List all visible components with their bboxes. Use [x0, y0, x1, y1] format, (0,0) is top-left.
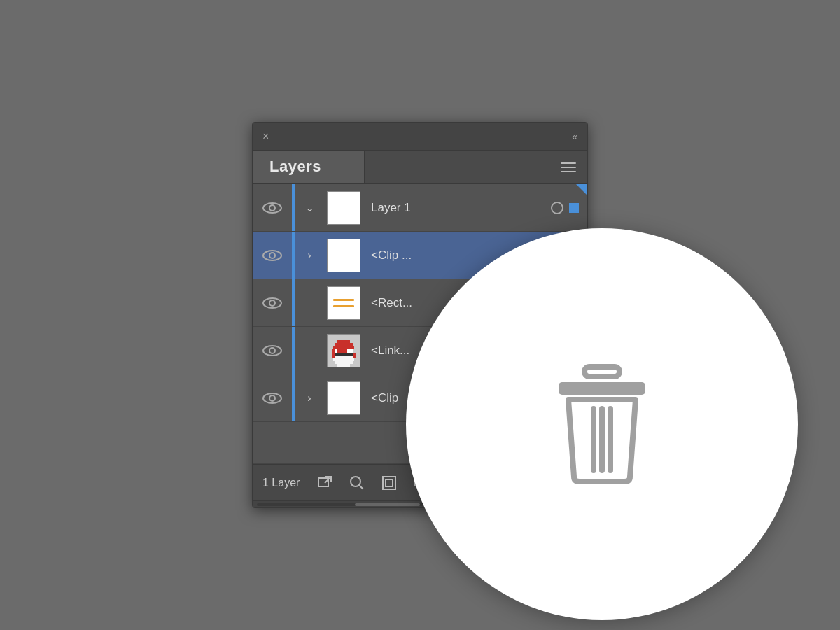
svg-point-5 — [270, 300, 275, 306]
panel-header-area: Layers — [253, 150, 587, 184]
svg-point-3 — [270, 253, 275, 258]
layer-thumbnail — [323, 331, 364, 370]
layer-thumbnail — [323, 379, 364, 418]
svg-rect-18 — [335, 353, 353, 356]
svg-rect-12 — [332, 349, 335, 353]
panel-footer: 1 Layer — [253, 464, 587, 500]
svg-rect-21 — [335, 356, 353, 358]
layer-name: <Rect... — [364, 296, 587, 310]
svg-rect-16 — [347, 349, 353, 353]
visibility-toggle[interactable] — [253, 248, 292, 262]
mask-button[interactable] — [379, 473, 399, 493]
eye-icon — [262, 391, 282, 405]
new-window-button[interactable] — [315, 473, 335, 493]
layer-name: <Link... — [364, 344, 587, 358]
layer-row[interactable]: ⌄ Layer 1 — [253, 184, 587, 232]
visibility-toggle[interactable] — [253, 296, 292, 310]
eye-icon — [262, 248, 282, 262]
panel-wrapper: × « Layers — [252, 122, 588, 508]
collapse-button[interactable]: « — [562, 122, 587, 150]
layers-tab[interactable]: Layers — [253, 150, 365, 183]
svg-rect-13 — [335, 349, 337, 353]
expand-toggle[interactable]: ⌄ — [295, 201, 323, 214]
layer-name: <Clip ... — [364, 248, 579, 262]
search-button[interactable] — [347, 473, 367, 493]
layers-list: ⌄ Layer 1 — [253, 184, 587, 464]
layer-right-icons — [551, 202, 587, 214]
svg-line-31 — [359, 485, 363, 489]
svg-point-30 — [351, 477, 360, 486]
layer-row[interactable]: › <Clip — [253, 374, 587, 422]
layer-color-bar — [292, 327, 295, 374]
svg-rect-32 — [383, 477, 396, 489]
svg-point-1 — [270, 205, 275, 211]
layer-thumbnail — [323, 236, 364, 275]
expand-toggle[interactable]: › — [295, 249, 323, 262]
add-layer-button[interactable] — [444, 473, 463, 493]
svg-rect-22 — [353, 356, 356, 358]
svg-rect-15 — [340, 349, 347, 353]
horizontal-scrollbar[interactable] — [253, 500, 587, 507]
panel-titlebar: × « — [253, 122, 587, 150]
layers-panel: × « Layers — [252, 122, 588, 508]
layer-name: <Clip — [364, 391, 587, 405]
eye-icon — [262, 296, 282, 310]
svg-rect-20 — [332, 356, 335, 358]
layer-count: 1 Layer — [262, 477, 300, 489]
svg-point-27 — [270, 396, 275, 401]
corner-fold — [576, 184, 587, 195]
eye-icon — [262, 201, 282, 215]
svg-rect-24 — [335, 361, 353, 364]
pixel-art-thumb — [328, 335, 360, 367]
visibility-toggle[interactable] — [253, 344, 292, 358]
eye-icon — [262, 344, 282, 358]
layer-row[interactable]: <Link... — [253, 327, 587, 374]
svg-rect-14 — [337, 349, 340, 353]
layer-thumbnail — [323, 284, 364, 323]
svg-rect-19 — [353, 353, 356, 356]
svg-rect-23 — [333, 358, 354, 361]
sublayer-button[interactable] — [412, 473, 431, 493]
panel-title: Layers — [270, 158, 321, 176]
visibility-toggle[interactable] — [253, 201, 292, 215]
layer-row[interactable]: <Rect... — [253, 279, 587, 327]
layer-thumbnail — [323, 188, 364, 227]
svg-rect-25 — [337, 364, 350, 367]
square-icon — [569, 203, 579, 213]
layer-color-bar — [292, 279, 295, 326]
svg-rect-40 — [584, 367, 620, 377]
layer-name: Layer 1 — [364, 201, 551, 215]
expand-toggle[interactable]: › — [295, 392, 323, 405]
svg-rect-17 — [332, 353, 335, 356]
panel-menu-button[interactable] — [561, 162, 576, 172]
svg-rect-9 — [337, 340, 350, 343]
svg-rect-33 — [386, 479, 393, 486]
svg-rect-11 — [333, 346, 354, 349]
svg-rect-10 — [335, 343, 353, 346]
svg-point-7 — [270, 348, 275, 354]
svg-rect-28 — [318, 478, 328, 486]
layer-row[interactable]: › <Clip ... — [253, 232, 587, 279]
visibility-toggle[interactable] — [253, 391, 292, 405]
close-button[interactable]: × — [253, 122, 279, 150]
circle-icon — [551, 202, 564, 214]
empty-row — [253, 422, 587, 464]
